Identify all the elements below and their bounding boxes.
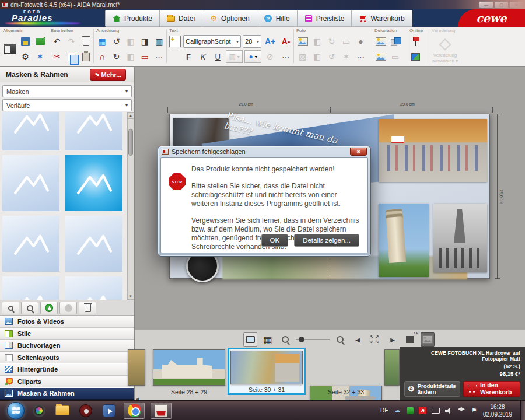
photo-leaning-tower[interactable]: [379, 204, 429, 277]
start-button[interactable]: [7, 402, 24, 419]
display-icon[interactable]: [432, 408, 440, 414]
details-button[interactable]: Details zeigen...: [294, 234, 359, 247]
sidebar-item-buchvorlagen[interactable]: Buchvorlagen: [0, 340, 134, 352]
undo-button[interactable]: ↶: [50, 34, 64, 49]
scroll-down-icon[interactable]: ▼: [128, 293, 134, 299]
veredelung-button[interactable]: ◇ Veredelung auswählen ▾: [430, 34, 460, 64]
text-color-select[interactable]: ●▾: [244, 50, 261, 63]
foto-more-button[interactable]: ⋯: [354, 49, 368, 64]
page-thumb-30-31[interactable]: [230, 351, 303, 384]
scrollbar-thumb[interactable]: [128, 129, 133, 156]
language-indicator[interactable]: DE: [380, 407, 388, 414]
group-button[interactable]: ◧: [124, 34, 138, 49]
antivirus-icon[interactable]: a: [419, 407, 427, 414]
disabled-filter-button[interactable]: [60, 302, 77, 314]
copy-button[interactable]: [64, 49, 79, 64]
insert-text-button[interactable]: [168, 34, 181, 49]
add-to-cart-button[interactable]: In denWarenkorb: [463, 381, 520, 397]
assistant-button[interactable]: ✶: [33, 49, 47, 64]
speaker-icon[interactable]: [444, 408, 453, 414]
insert-photo-button[interactable]: [295, 34, 310, 49]
font-family-select[interactable]: CalligraphScript ▾: [183, 35, 241, 48]
approve-button[interactable]: [40, 302, 58, 314]
mask-thumbnail[interactable]: [2, 276, 60, 300]
sidebar-item-cliparts[interactable]: Cliparts: [0, 376, 134, 388]
photo-edit-button[interactable]: ▨: [295, 49, 310, 64]
deco-background-button[interactable]: [373, 49, 388, 64]
ungroup-button[interactable]: ◧: [124, 49, 138, 64]
verlaeufe-dropdown[interactable]: Verläufe ▾: [2, 99, 132, 111]
menu-produkte[interactable]: Produkte: [105, 10, 160, 27]
thumb-scrollbar[interactable]: [345, 396, 375, 400]
text-more-button[interactable]: ⋯: [279, 49, 293, 64]
photo-strip-bottom[interactable]: [222, 256, 467, 279]
mask-thumbnail[interactable]: [65, 276, 123, 300]
photo-motion-button[interactable]: ✶: [339, 49, 354, 64]
delete-mask-button[interactable]: [79, 302, 96, 314]
settings-button[interactable]: ⚙: [18, 49, 33, 64]
green-tray-icon[interactable]: [406, 407, 414, 414]
font-increase-button[interactable]: A+: [263, 34, 277, 49]
slider-knob[interactable]: [299, 337, 304, 342]
italic-button[interactable]: K: [197, 49, 209, 64]
photo-bw-statue[interactable]: [433, 204, 487, 272]
photo-crowd-pisa[interactable]: [379, 119, 487, 182]
paste-button[interactable]: [79, 49, 93, 64]
fullscreen-button[interactable]: ↖↗↙↘: [368, 332, 382, 346]
sidebar-item-seitenlayouts[interactable]: Seitenlayouts: [0, 352, 134, 364]
taskbar-explorer[interactable]: [54, 402, 71, 419]
mask-thumbnail[interactable]: [65, 216, 123, 272]
title-bar[interactable]: dm-Fotowelt 6.4.5 (x64) - AIDA Marai.mcf…: [0, 0, 525, 9]
photo-effect-button[interactable]: ◧: [310, 34, 324, 49]
dialog-title-bar[interactable]: Speichern fehlgeschlagen ✕: [158, 146, 370, 157]
rotate-left-button[interactable]: ↺: [109, 34, 123, 49]
sidebar-item-fotos-videos[interactable]: Fotos & Videos: [0, 316, 134, 328]
cloud-icon[interactable]: ☁: [393, 407, 401, 414]
zoom-out-button[interactable]: [278, 332, 292, 346]
page-thumb-partial-left[interactable]: [128, 349, 145, 386]
mask-scrollbar[interactable]: ▲ ▼: [127, 112, 134, 300]
taskbar-media-player[interactable]: [100, 402, 118, 419]
zoom-in-button[interactable]: [333, 332, 347, 346]
taskbar-burning-app[interactable]: [77, 402, 94, 419]
bold-button[interactable]: F: [182, 49, 195, 64]
rotate-book-button[interactable]: [403, 332, 417, 346]
anordnung-more-button[interactable]: ⋯: [152, 49, 166, 64]
masken-dropdown[interactable]: Masken ▾: [2, 85, 132, 97]
raster-button[interactable]: ▦: [95, 34, 109, 49]
grid-view-button[interactable]: ▦: [261, 332, 275, 346]
taskbar-clock[interactable]: 16:28 02.09.2019: [483, 403, 512, 418]
rotate-right-button[interactable]: ↻: [109, 49, 123, 64]
page-thumb-30-31-selected[interactable]: Seite 30 + 31: [228, 348, 306, 395]
action-center-flag-icon[interactable]: ⚑: [470, 407, 478, 414]
previous-page-button[interactable]: ◀: [351, 332, 365, 346]
dialog-close-button[interactable]: ✕: [350, 148, 367, 156]
deco-shape-button[interactable]: [388, 34, 402, 49]
menu-hilfe[interactable]: ? Hilfe: [257, 10, 298, 27]
font-decrease-button[interactable]: A-: [279, 34, 293, 49]
save-button[interactable]: [18, 34, 33, 49]
no-style-button[interactable]: ⊘: [263, 49, 277, 64]
photo-effect2-button[interactable]: ◧: [310, 49, 324, 64]
font-size-select[interactable]: 28 ▾: [243, 35, 261, 48]
photo-grey-button[interactable]: ●: [354, 34, 368, 49]
taskbar-photo-app[interactable]: [30, 402, 48, 419]
menu-datei[interactable]: Datei: [160, 10, 202, 27]
sidebar-item-stile[interactable]: Stile: [0, 328, 134, 340]
show-desktop-button[interactable]: [520, 401, 525, 420]
menu-warenkorb[interactable]: Warenkorb: [352, 10, 412, 27]
zoom-in-thumbs-button[interactable]: [21, 302, 38, 314]
zoom-slider[interactable]: [296, 332, 330, 346]
ok-button[interactable]: OK: [261, 234, 289, 247]
mask-thumbnail[interactable]: [2, 112, 60, 150]
product-details-button[interactable]: ⚙ Produktdetailsändern: [404, 381, 460, 397]
cut-button[interactable]: ✂: [50, 49, 64, 64]
mask-thumbnail-selected[interactable]: [65, 155, 123, 211]
single-view-button[interactable]: [243, 332, 257, 346]
sidebar-item-hintergruende[interactable]: Hintergründe: [0, 363, 134, 376]
remove-align-button[interactable]: ▭: [138, 49, 152, 64]
scroll-up-icon[interactable]: ▲: [128, 113, 134, 119]
delete-button[interactable]: [79, 34, 93, 49]
page-thumb-28-29[interactable]: [153, 349, 225, 386]
zoom-out-thumbs-button[interactable]: [2, 302, 19, 314]
